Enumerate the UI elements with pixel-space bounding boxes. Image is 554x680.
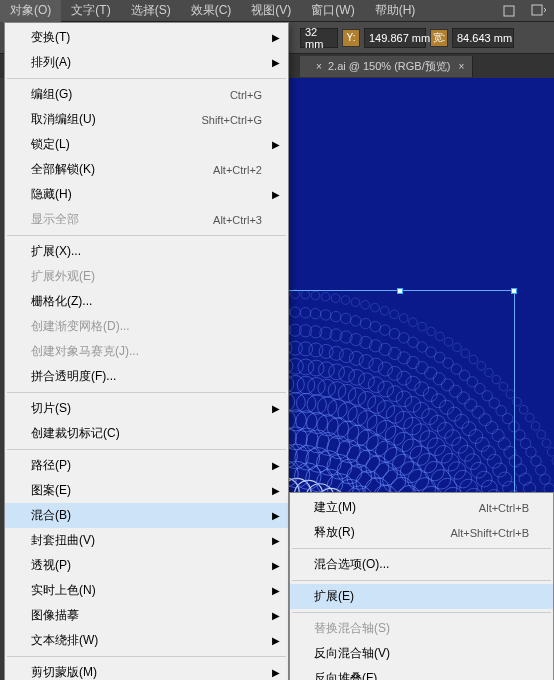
menu-item-4[interactable]: 取消编组(U)Shift+Ctrl+G	[5, 107, 288, 132]
menu-item-12[interactable]: 栅格化(Z)...	[5, 289, 288, 314]
menu-item-20[interactable]: 路径(P)▶	[5, 453, 288, 478]
menu-window[interactable]: 窗口(W)	[301, 0, 364, 22]
tab-title: 2.ai @ 150% (RGB/预览)	[328, 59, 450, 74]
submenu-item-shortcut: Alt+Shift+Ctrl+B	[450, 527, 529, 539]
menu-item-7[interactable]: 隐藏(H)▶	[5, 182, 288, 207]
menu-item-21[interactable]: 图案(E)▶	[5, 478, 288, 503]
menu-help[interactable]: 帮助(H)	[365, 0, 426, 22]
submenu-separator	[292, 580, 551, 581]
tab-close-icon[interactable]: ×	[458, 61, 464, 72]
y-field[interactable]: 149.867 mm	[364, 28, 426, 48]
menu-item-23[interactable]: 封套扭曲(V)▶	[5, 528, 288, 553]
menu-item-label: 创建对象马赛克(J)...	[31, 343, 262, 360]
menu-item-8: 显示全部Alt+Ctrl+3	[5, 207, 288, 232]
submenu-arrow-icon: ▶	[272, 403, 280, 414]
submenu-arrow-icon: ▶	[272, 585, 280, 596]
menu-effect[interactable]: 效果(C)	[181, 0, 242, 22]
submenu-separator	[292, 548, 551, 549]
submenu-arrow-icon: ▶	[272, 460, 280, 471]
menu-item-5[interactable]: 锁定(L)▶	[5, 132, 288, 157]
menu-select[interactable]: 选择(S)	[121, 0, 181, 22]
w-field[interactable]: 84.643 mm	[452, 28, 514, 48]
submenu-item-label: 释放(R)	[314, 524, 450, 541]
svg-point-383	[537, 430, 546, 439]
selection-bounds	[285, 290, 515, 520]
menu-item-shortcut: Shift+Ctrl+G	[201, 114, 262, 126]
menu-item-label: 实时上色(N)	[31, 582, 262, 599]
menu-item-label: 透视(P)	[31, 557, 262, 574]
svg-point-339	[536, 465, 546, 475]
menu-item-label: 扩展外观(E)	[31, 268, 262, 285]
svg-point-340	[540, 474, 550, 484]
menu-separator	[7, 656, 286, 657]
submenu-item-9[interactable]: 反向堆叠(F)	[290, 666, 553, 680]
menu-separator	[7, 449, 286, 450]
menu-item-24[interactable]: 透视(P)▶	[5, 553, 288, 578]
menu-item-label: 创建裁切标记(C)	[31, 425, 262, 442]
menu-item-label: 图像描摹	[31, 607, 262, 624]
submenu-arrow-icon: ▶	[272, 667, 280, 678]
menu-item-label: 图案(E)	[31, 482, 262, 499]
submenu-item-5[interactable]: 扩展(E)	[290, 584, 553, 609]
submenu-item-0[interactable]: 建立(M)Alt+Ctrl+B	[290, 495, 553, 520]
submenu-item-label: 混合选项(O)...	[314, 556, 529, 573]
submenu-arrow-icon: ▶	[272, 32, 280, 43]
submenu-separator	[292, 612, 551, 613]
menu-item-label: 封套扭曲(V)	[31, 532, 262, 549]
document-tab[interactable]: × 2.ai @ 150% (RGB/预览) ×	[300, 56, 473, 77]
submenu-arrow-icon: ▶	[272, 635, 280, 646]
submenu-item-label: 反向堆叠(F)	[314, 670, 529, 680]
menu-item-label: 剪切蒙版(M)	[31, 664, 262, 680]
trunc-field[interactable]: 32 mm	[300, 28, 338, 48]
menu-item-10[interactable]: 扩展(X)...	[5, 239, 288, 264]
submenu-item-shortcut: Alt+Ctrl+B	[479, 502, 529, 514]
menu-item-label: 创建渐变网格(D)...	[31, 318, 262, 335]
menu-item-26[interactable]: 图像描摹▶	[5, 603, 288, 628]
menu-item-shortcut: Ctrl+G	[230, 89, 262, 101]
menu-type[interactable]: 文字(T)	[61, 0, 120, 22]
menu-item-15[interactable]: 拼合透明度(F)...	[5, 364, 288, 389]
menu-item-0[interactable]: 变换(T)▶	[5, 25, 288, 50]
menu-item-29[interactable]: 剪切蒙版(M)▶	[5, 660, 288, 680]
object-menu-popup: 变换(T)▶排列(A)▶编组(G)Ctrl+G取消编组(U)Shift+Ctrl…	[4, 22, 289, 680]
svg-rect-0	[504, 6, 514, 16]
menu-item-label: 栅格化(Z)...	[31, 293, 262, 310]
menu-item-label: 隐藏(H)	[31, 186, 262, 203]
menu-item-18[interactable]: 创建裁切标记(C)	[5, 421, 288, 446]
menu-item-6[interactable]: 全部解锁(K)Alt+Ctrl+2	[5, 157, 288, 182]
menu-item-label: 编组(G)	[31, 86, 230, 103]
menu-item-25[interactable]: 实时上色(N)▶	[5, 578, 288, 603]
menu-item-label: 全部解锁(K)	[31, 161, 213, 178]
menu-item-label: 取消编组(U)	[31, 111, 201, 128]
submenu-item-7: 替换混合轴(S)	[290, 616, 553, 641]
submenu-arrow-icon: ▶	[272, 560, 280, 571]
menu-item-label: 显示全部	[31, 211, 213, 228]
handle-n[interactable]	[397, 288, 403, 294]
submenu-item-1[interactable]: 释放(R)Alt+Shift+Ctrl+B	[290, 520, 553, 545]
submenu-item-label: 替换混合轴(S)	[314, 620, 529, 637]
menu-item-27[interactable]: 文本绕排(W)▶	[5, 628, 288, 653]
menu-item-3[interactable]: 编组(G)Ctrl+G	[5, 82, 288, 107]
doc-setup-icon[interactable]	[498, 2, 520, 20]
svg-point-381	[525, 413, 534, 422]
menu-view[interactable]: 视图(V)	[241, 0, 301, 22]
submenu-item-8[interactable]: 反向混合轴(V)	[290, 641, 553, 666]
menu-item-22[interactable]: 混合(B)▶	[5, 503, 288, 528]
submenu-arrow-icon: ▶	[272, 57, 280, 68]
submenu-item-3[interactable]: 混合选项(O)...	[290, 552, 553, 577]
menu-item-label: 路径(P)	[31, 457, 262, 474]
menu-item-13: 创建渐变网格(D)...	[5, 314, 288, 339]
submenu-arrow-icon: ▶	[272, 139, 280, 150]
prev-tab-close-icon[interactable]: ×	[316, 61, 322, 72]
menu-item-shortcut: Alt+Ctrl+2	[213, 164, 262, 176]
w-label: 宽:	[430, 29, 448, 47]
menu-item-label: 变换(T)	[31, 29, 262, 46]
handle-ne[interactable]	[511, 288, 517, 294]
submenu-arrow-icon: ▶	[272, 485, 280, 496]
menu-item-1[interactable]: 排列(A)▶	[5, 50, 288, 75]
menu-object[interactable]: 对象(O)	[0, 0, 61, 22]
menu-item-17[interactable]: 切片(S)▶	[5, 396, 288, 421]
svg-point-384	[542, 439, 551, 448]
menu-item-label: 文本绕排(W)	[31, 632, 262, 649]
arrange-icon[interactable]	[528, 2, 550, 20]
